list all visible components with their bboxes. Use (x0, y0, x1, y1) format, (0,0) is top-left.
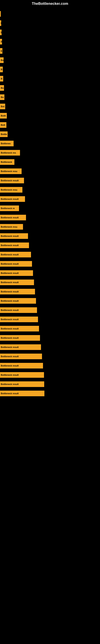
bar-row: B (0, 65, 100, 74)
bar-row: Bottleneck result (0, 213, 100, 222)
result-bar: Bottleneck result (0, 261, 32, 267)
bar-row: Bottleneck result (0, 324, 100, 333)
result-bar: Bottleneck result (0, 372, 44, 378)
bar-row: Bottleneck result (0, 352, 100, 361)
bar-row: Bottleneck resu (0, 222, 100, 231)
bar-row: Bottleneck result (0, 343, 100, 352)
bar-row: Bo (0, 84, 100, 92)
result-bar: Bottleneck result (0, 307, 37, 313)
result-bar: B (0, 39, 2, 44)
bar-row: B (0, 37, 100, 46)
result-bar: B (0, 66, 3, 72)
bar-row: Bottleneck result (0, 250, 100, 259)
bar-row: Bottleneck result (0, 241, 100, 250)
bar-row: Bottleneck result (0, 269, 100, 278)
result-bar: Bottleneck result (0, 242, 29, 248)
bar-row: Bottle (0, 130, 100, 139)
bar-row: Bottleneck result (0, 361, 100, 370)
bar-row: Bot (0, 102, 100, 111)
bar-row: E (0, 46, 100, 55)
site-title: TheBottlenecker.com (0, 0, 100, 8)
result-bar: Bo (0, 85, 4, 91)
bar-row: Bottl (0, 111, 100, 120)
bar-row: Bottleneck result (0, 380, 100, 388)
bar-row: Bottleneck result (0, 296, 100, 305)
result-bar: Bo (0, 57, 3, 63)
result-bar: E (0, 48, 2, 54)
result-bar: Bottleneck result (0, 280, 34, 285)
result-bar: Bottleneck result (0, 335, 40, 341)
bar-row: Bo (0, 93, 100, 102)
result-bar: Bottleneck (0, 159, 14, 165)
bar-row: Bottleneck result (0, 176, 100, 185)
bar-row (0, 10, 100, 18)
bar-row: Bottleneck result (0, 232, 100, 240)
result-bar: Bottleneck result (0, 270, 33, 276)
result-bar: Bottleneck result (0, 354, 42, 359)
bars-container: FEBEBoBBBoBoBotBottlBottBottleBottlenecB… (0, 8, 100, 400)
bar-row: E (0, 28, 100, 37)
result-bar: Bot (0, 104, 5, 109)
bar-row: B (0, 74, 100, 83)
bar-row: Bottleneck result (0, 389, 100, 398)
result-bar: Bottleneck result (0, 289, 35, 294)
bar-row: Bottleneck (0, 158, 100, 166)
result-bar: Bottl (0, 113, 7, 118)
bar-row: Bottleneck result (0, 306, 100, 314)
result-bar: Bottleneck result (0, 326, 39, 332)
result-bar: Bottleneck result (0, 252, 31, 258)
bar-row: Bottleneck result (0, 287, 100, 296)
result-bar: Bottleneck result (0, 316, 38, 322)
bar-row: Bottleneck resu (0, 167, 100, 176)
result-bar: Bottleneck result (0, 215, 26, 220)
result-bar: Bottleneck result (0, 391, 44, 396)
bar-row: Bo (0, 56, 100, 64)
result-bar: Bottleneck resu (0, 224, 23, 230)
result-bar: B (0, 76, 3, 82)
result-bar: Bottleneck resu (0, 168, 22, 174)
result-bar: Bottleneck result (0, 178, 24, 183)
bar-row: Bottleneck result (0, 370, 100, 379)
bar-row: Bottleneck result (0, 315, 100, 324)
bar-row: Bottleneck resu (0, 185, 100, 194)
result-bar: Bottleneck result (0, 196, 25, 202)
result-bar: E (0, 30, 1, 35)
bar-row: Bottlenec (0, 139, 100, 148)
bar-row: Bottleneck res (0, 148, 100, 157)
bar-row: Bottleneck result (0, 260, 100, 268)
bar-row: Bott (0, 120, 100, 130)
result-bar: F (0, 20, 1, 26)
bar-row: Bottleneck result (0, 278, 100, 287)
result-bar: Bott (0, 122, 6, 128)
bar-row: Bottleneck re (0, 204, 100, 213)
result-bar: Bottlenec (0, 141, 14, 146)
result-bar: Bottle (0, 132, 8, 137)
result-bar (0, 11, 1, 17)
result-bar: Bo (0, 94, 4, 100)
result-bar: Bottleneck result (0, 381, 44, 387)
bar-row: F (0, 19, 100, 28)
result-bar: Bottleneck resu (0, 187, 22, 192)
bar-row: Bottleneck result (0, 334, 100, 342)
result-bar: Bottleneck result (0, 344, 41, 350)
result-bar: Bottleneck result (0, 233, 28, 239)
result-bar: Bottleneck res (0, 150, 20, 156)
bar-row: Bottleneck result (0, 194, 100, 204)
result-bar: Bottleneck re (0, 206, 19, 211)
result-bar: Bottleneck result (0, 298, 36, 304)
result-bar: Bottleneck result (0, 363, 43, 368)
